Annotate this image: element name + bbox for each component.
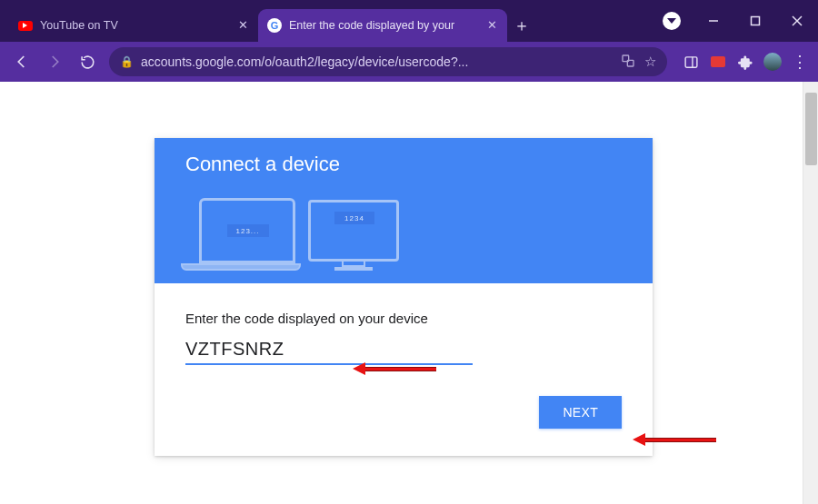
maximize-button[interactable]: [734, 0, 776, 42]
profile-avatar[interactable]: [762, 51, 783, 73]
lock-icon: 🔒: [120, 55, 134, 68]
close-window-button[interactable]: [776, 0, 818, 42]
forward-button[interactable]: [40, 47, 69, 76]
new-tab-button[interactable]: ＋: [507, 9, 536, 42]
device-connect-card: Connect a device 123... 1234 Ente: [155, 138, 653, 456]
minimize-button[interactable]: [693, 0, 734, 42]
tab-title: Enter the code displayed by your: [289, 19, 485, 32]
extensions-puzzle-icon[interactable]: [734, 51, 756, 73]
reload-button[interactable]: [73, 47, 102, 76]
youtube-icon: [18, 18, 33, 33]
page-viewport: Connect a device 123... 1234 Ente: [0, 82, 818, 504]
url-text: accounts.google.com/o/oauth2/legacy/devi…: [141, 54, 614, 69]
browser-toolbar: 🔒 accounts.google.com/o/oauth2/legacy/de…: [0, 42, 818, 82]
hero-title: Connect a device: [185, 153, 622, 176]
close-icon[interactable]: ✕: [485, 19, 498, 32]
vpn-indicator-icon[interactable]: [651, 0, 693, 42]
window-titlebar: YouTube on TV ✕ G Enter the code display…: [0, 0, 818, 42]
back-button[interactable]: [7, 47, 36, 76]
scrollbar-thumb[interactable]: [805, 93, 817, 165]
next-button[interactable]: NEXT: [539, 396, 622, 429]
tab-strip: YouTube on TV ✕ G Enter the code display…: [9, 0, 536, 42]
device-code-input[interactable]: [185, 337, 473, 365]
address-bar[interactable]: 🔒 accounts.google.com/o/oauth2/legacy/de…: [109, 47, 667, 76]
window-controls: [693, 0, 818, 42]
card-hero: Connect a device 123... 1234: [155, 138, 653, 283]
monitor-icon: 1234: [308, 200, 399, 262]
hero-illustration: 123... 1234: [193, 193, 622, 271]
laptop-badge: 123...: [227, 224, 269, 237]
tab-youtube[interactable]: YouTube on TV ✕: [9, 9, 258, 42]
extension-red-icon[interactable]: [707, 51, 729, 73]
star-icon[interactable]: ☆: [644, 54, 656, 70]
vertical-scrollbar[interactable]: [803, 82, 818, 504]
code-prompt-label: Enter the code displayed on your device: [185, 311, 622, 326]
svg-rect-6: [685, 56, 697, 66]
side-panel-icon[interactable]: [680, 51, 702, 73]
laptop-icon: 123...: [199, 198, 295, 263]
tab-google-device[interactable]: G Enter the code displayed by your ✕: [258, 9, 507, 42]
extension-area: ⋮: [674, 51, 811, 73]
translate-icon[interactable]: [621, 54, 635, 71]
menu-button[interactable]: ⋮: [789, 51, 811, 73]
google-icon: G: [267, 18, 282, 33]
tab-title: YouTube on TV: [40, 19, 236, 32]
svg-rect-1: [752, 17, 760, 25]
card-body: Enter the code displayed on your device …: [155, 283, 653, 456]
close-icon[interactable]: ✕: [236, 19, 249, 32]
monitor-badge: 1234: [334, 212, 374, 224]
